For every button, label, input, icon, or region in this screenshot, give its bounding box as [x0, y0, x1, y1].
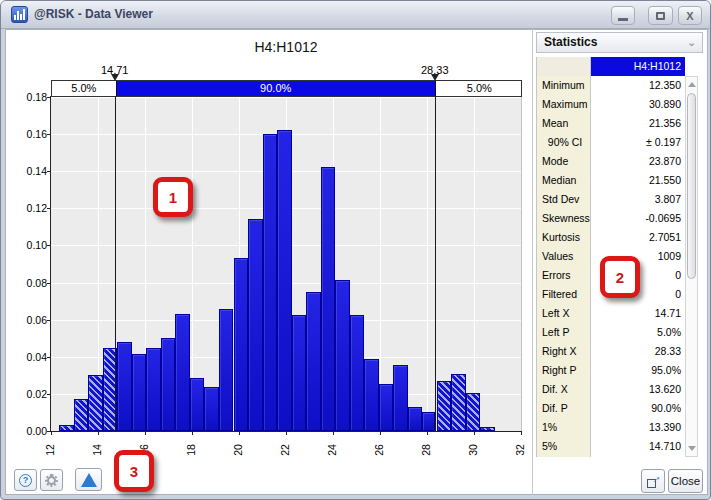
- histogram-bar: [422, 412, 434, 431]
- left-delimiter-line[interactable]: [115, 96, 116, 431]
- histogram-bar: [277, 130, 292, 431]
- histogram-bar: [292, 315, 307, 431]
- stats-row: 5%14.710: [537, 437, 685, 456]
- histogram-bar: [161, 338, 176, 431]
- delimiter-band: 5.0% 90.0% 5.0%: [51, 80, 522, 97]
- x-gridline: [427, 97, 428, 431]
- stats-row-label: Right P: [537, 361, 591, 380]
- annotation-badge-1: 1: [153, 177, 193, 217]
- histogram-bar: [88, 375, 103, 431]
- scrollbar-thumb[interactable]: [687, 93, 696, 279]
- x-axis-tick-label: 12: [44, 435, 56, 465]
- stats-row-value: 14.71: [591, 304, 685, 323]
- stats-row: 1%13.390: [537, 418, 685, 437]
- histogram-bar: [306, 292, 321, 431]
- histogram-bar: [321, 167, 336, 431]
- stats-row: Right X28.33: [537, 342, 685, 361]
- x-axis-tick-label: 24: [326, 435, 338, 465]
- export-button[interactable]: →: [641, 469, 665, 493]
- histogram-bar: [146, 348, 161, 431]
- stats-row: Minimum12.350: [537, 76, 685, 95]
- stats-column-header: H4:H1012: [591, 57, 685, 76]
- chart-title: H4:H1012: [51, 39, 521, 55]
- stats-row-value: -0.0695: [591, 209, 685, 228]
- data-viewer-window: @RISK - Data Viewer X H4:H1012 5.0% 90.0…: [0, 0, 711, 500]
- stats-row: Kurtosis2.7051: [537, 228, 685, 247]
- help-button[interactable]: ?: [14, 469, 37, 491]
- stats-corner-cell: [537, 57, 591, 76]
- app-histogram-icon: [11, 6, 28, 23]
- stats-row-value: 90.0%: [591, 399, 685, 418]
- close-button[interactable]: Close: [668, 469, 703, 493]
- y-axis-tick-label: 0.08: [15, 277, 47, 289]
- close-window-button[interactable]: X: [678, 6, 702, 25]
- x-gridline: [380, 97, 381, 431]
- minimize-button[interactable]: [611, 6, 635, 25]
- graph-options-button[interactable]: [75, 468, 102, 491]
- histogram-bar: [204, 387, 219, 431]
- right-delimiter-line[interactable]: [435, 96, 436, 431]
- histogram-bar: [350, 315, 365, 431]
- stats-row-value: 14.710: [591, 437, 685, 456]
- y-axis-tick-label: 0.12: [15, 202, 47, 214]
- x-axis-tick-label: 30: [467, 435, 479, 465]
- y-axis-tick-label: 0.02: [15, 388, 47, 400]
- stats-row-value: 3.807: [591, 190, 685, 209]
- stats-row-value: ± 0.197: [591, 133, 685, 152]
- band-left-percent: 5.0%: [52, 81, 116, 96]
- stats-row-label: Errors: [537, 266, 591, 285]
- stats-row-label: Std Dev: [537, 190, 591, 209]
- right-delimiter-handle[interactable]: [431, 74, 439, 81]
- annotation-badge-3: 3: [114, 450, 154, 492]
- gear-icon: [47, 476, 56, 485]
- x-gridline: [474, 97, 475, 431]
- left-delimiter-handle[interactable]: [111, 74, 119, 81]
- histogram-bar: [408, 407, 423, 431]
- scrollbar-down-icon[interactable]: [688, 446, 696, 451]
- histogram-bar: [437, 381, 452, 431]
- histogram-bar: [248, 219, 263, 431]
- stats-row-label: Right X: [537, 342, 591, 361]
- statistics-panel-header[interactable]: Statistics: [536, 32, 703, 53]
- histogram-bar: [74, 399, 89, 431]
- y-axis-line: [50, 96, 51, 432]
- x-axis-tick-label: 20: [232, 435, 244, 465]
- histogram-bar: [379, 384, 394, 431]
- panel-divider: [532, 29, 533, 495]
- stats-row-label: Median: [537, 171, 591, 190]
- histogram-bar: [132, 354, 147, 431]
- scrollbar-up-icon[interactable]: [688, 82, 696, 87]
- stats-row: Std Dev3.807: [537, 190, 685, 209]
- stats-row-value: 2.7051: [591, 228, 685, 247]
- window-title: @RISK - Data Viewer: [34, 7, 153, 21]
- stats-row-label: Skewness: [537, 209, 591, 228]
- maximize-button[interactable]: [648, 6, 673, 25]
- stats-row-value: 12.350: [591, 76, 685, 95]
- band-middle-percent: 90.0%: [116, 81, 436, 96]
- stats-row-label: Values: [537, 247, 591, 266]
- stats-row-value: 28.33: [591, 342, 685, 361]
- statistics-panel-title: Statistics: [544, 35, 597, 49]
- stats-row-label: Kurtosis: [537, 228, 591, 247]
- stats-row-label: Dif. P: [537, 399, 591, 418]
- y-axis-tick-label: 0.18: [15, 91, 47, 103]
- y-axis-tick-label: 0.14: [15, 165, 47, 177]
- stats-row: Median21.550: [537, 171, 685, 190]
- histogram-bar: [234, 258, 249, 431]
- histogram-bar: [117, 342, 132, 431]
- chevron-down-icon[interactable]: ⌄: [687, 36, 696, 49]
- stats-row-label: Filtered: [537, 285, 591, 304]
- settings-button[interactable]: [40, 469, 63, 491]
- stats-row: Dif. P90.0%: [537, 399, 685, 418]
- stats-row-label: 10%: [537, 456, 591, 457]
- stats-row-label: 90% CI: [537, 133, 591, 152]
- graph-triangle-icon: [81, 473, 97, 487]
- minimize-icon: [618, 18, 628, 21]
- stats-row: Mode23.870: [537, 152, 685, 171]
- histogram-bar: [175, 314, 190, 431]
- x-axis-tick-label: 18: [185, 435, 197, 465]
- stats-row: Maximum30.890: [537, 95, 685, 114]
- y-axis-tick-label: 0.00: [15, 425, 47, 437]
- title-bar[interactable]: @RISK - Data Viewer X: [1, 1, 711, 29]
- histogram-bar: [219, 309, 234, 431]
